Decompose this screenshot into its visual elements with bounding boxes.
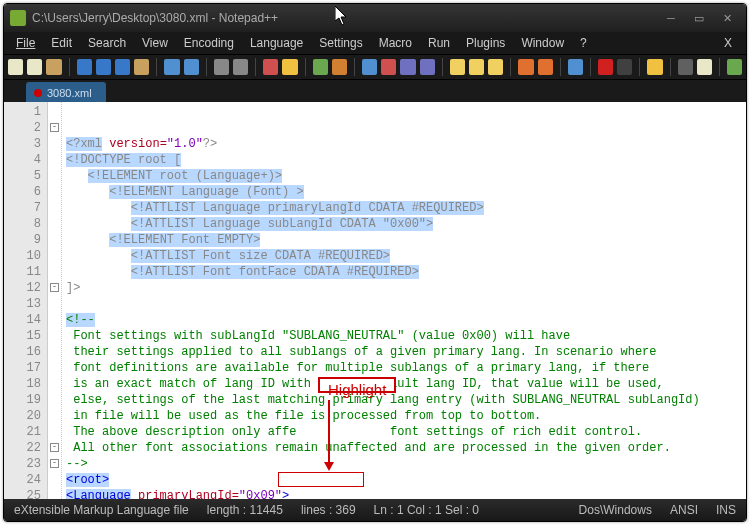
menu-close[interactable]: X <box>714 34 742 52</box>
toolbar-button[interactable] <box>381 59 396 75</box>
app-window: C:\Users\Jerry\Desktop\3080.xml - Notepa… <box>3 3 747 522</box>
code-line[interactable]: font definitions are available for multi… <box>66 360 742 376</box>
code-line[interactable]: <!ATTLIST Language subLangId CDATA "0x00… <box>66 216 742 232</box>
highlight-box <box>278 472 364 487</box>
titlebar[interactable]: C:\Users\Jerry\Desktop\3080.xml - Notepa… <box>4 4 746 32</box>
toolbar-button[interactable] <box>214 59 229 75</box>
toolbar-button[interactable] <box>518 59 533 75</box>
toolbar-button[interactable] <box>697 59 712 75</box>
toolbar-button[interactable] <box>332 59 347 75</box>
toolbar-button[interactable] <box>450 59 465 75</box>
file-tab[interactable]: 3080.xml <box>26 82 106 102</box>
code-line[interactable]: --> <box>66 456 742 472</box>
app-icon <box>10 10 26 26</box>
editor[interactable]: 1234567891011121314151617181920212223242… <box>4 102 746 499</box>
minimize-button[interactable]: ─ <box>658 9 684 27</box>
menu-encoding[interactable]: Encoding <box>176 34 242 52</box>
tab-strip: 3080.xml <box>4 80 746 102</box>
toolbar-button[interactable] <box>538 59 553 75</box>
code-line[interactable]: <!-- <box>66 312 742 328</box>
menu-search[interactable]: Search <box>80 34 134 52</box>
menu-macro[interactable]: Macro <box>371 34 420 52</box>
menu-language[interactable]: Language <box>242 34 311 52</box>
toolbar-button[interactable] <box>313 59 328 75</box>
code-line[interactable]: else, settings of the last matching prim… <box>66 392 742 408</box>
status-mode: INS <box>716 503 736 517</box>
menu-file[interactable]: File <box>8 34 43 52</box>
menu-view[interactable]: View <box>134 34 176 52</box>
menubar: FileEditSearchViewEncodingLanguageSettin… <box>4 32 746 54</box>
code-line[interactable]: <!ATTLIST Language primaryLangId CDATA #… <box>66 200 742 216</box>
code-line[interactable]: The above description only affe font set… <box>66 424 742 440</box>
fold-margin[interactable]: ----- <box>48 102 62 499</box>
toolbar <box>4 54 746 80</box>
toolbar-button[interactable] <box>164 59 179 75</box>
toolbar-button[interactable] <box>678 59 693 75</box>
status-eol: Dos\Windows <box>579 503 652 517</box>
toolbar-button[interactable] <box>233 59 248 75</box>
status-pos: Ln : 1 Col : 1 Sel : 0 <box>374 503 479 517</box>
toolbar-button[interactable] <box>27 59 42 75</box>
code-line[interactable] <box>66 296 742 312</box>
menu-settings[interactable]: Settings <box>311 34 370 52</box>
toolbar-button[interactable] <box>46 59 61 75</box>
callout-arrow <box>328 400 330 464</box>
code-line[interactable]: <?xml version="1.0"?> <box>66 136 742 152</box>
arrow-icon <box>324 462 334 478</box>
fold-toggle[interactable]: - <box>50 459 59 468</box>
menu-run[interactable]: Run <box>420 34 458 52</box>
fold-toggle[interactable]: - <box>50 283 59 292</box>
code-line[interactable]: <!ATTLIST Font fontFace CDATA #REQUIRED> <box>66 264 742 280</box>
code-area[interactable]: <?xml version="1.0"?><!DOCTYPE root [ <!… <box>62 102 746 499</box>
line-gutter: 1234567891011121314151617181920212223242… <box>4 102 48 499</box>
toolbar-button[interactable] <box>568 59 583 75</box>
toolbar-button[interactable] <box>263 59 278 75</box>
toolbar-button[interactable] <box>115 59 130 75</box>
toolbar-button[interactable] <box>362 59 377 75</box>
close-button[interactable]: ✕ <box>714 9 740 27</box>
toolbar-button[interactable] <box>8 59 23 75</box>
code-line[interactable]: <!ELEMENT Language (Font) > <box>66 184 742 200</box>
toolbar-button[interactable] <box>420 59 435 75</box>
status-lines: lines : 369 <box>301 503 356 517</box>
toolbar-button[interactable] <box>96 59 111 75</box>
menu-window[interactable]: Window <box>513 34 572 52</box>
code-line[interactable]: <root> <box>66 472 742 488</box>
status-lang: eXtensible Markup Language file <box>14 503 189 517</box>
toolbar-button[interactable] <box>184 59 199 75</box>
code-line[interactable]: Font settings with subLangId "SUBLANG_NE… <box>66 328 742 344</box>
status-enc: ANSI <box>670 503 698 517</box>
menu-edit[interactable]: Edit <box>43 34 80 52</box>
status-length: length : 11445 <box>207 503 283 517</box>
toolbar-button[interactable] <box>617 59 632 75</box>
modified-dot-icon <box>34 89 42 97</box>
toolbar-button[interactable] <box>647 59 662 75</box>
maximize-button[interactable]: ▭ <box>686 9 712 27</box>
toolbar-button[interactable] <box>400 59 415 75</box>
toolbar-button[interactable] <box>727 59 742 75</box>
code-line[interactable]: ]> <box>66 280 742 296</box>
cursor-icon <box>335 6 349 26</box>
code-line[interactable]: <!ATTLIST Font size CDATA #REQUIRED> <box>66 248 742 264</box>
code-line[interactable]: All other font associations remain unaff… <box>66 440 742 456</box>
window-title: C:\Users\Jerry\Desktop\3080.xml - Notepa… <box>32 11 278 25</box>
code-line[interactable]: <!ELEMENT Font EMPTY> <box>66 232 742 248</box>
code-line[interactable]: their settings applied to all sublangs o… <box>66 344 742 360</box>
fold-toggle[interactable]: - <box>50 123 59 132</box>
menu-?[interactable]: ? <box>572 34 595 52</box>
toolbar-button[interactable] <box>282 59 297 75</box>
fold-toggle[interactable]: - <box>50 443 59 452</box>
toolbar-button[interactable] <box>134 59 149 75</box>
callout-label: Highlight <box>318 377 396 393</box>
code-line[interactable]: is an exact match of lang ID with system… <box>66 376 742 392</box>
statusbar: eXtensible Markup Language file length :… <box>4 499 746 521</box>
code-line[interactable]: in file will be used as the file is proc… <box>66 408 742 424</box>
toolbar-button[interactable] <box>469 59 484 75</box>
toolbar-button[interactable] <box>598 59 613 75</box>
toolbar-button[interactable] <box>77 59 92 75</box>
code-line[interactable]: <!DOCTYPE root [ <box>66 152 742 168</box>
toolbar-button[interactable] <box>488 59 503 75</box>
code-line[interactable]: <!ELEMENT root (Language+)> <box>66 168 742 184</box>
menu-plugins[interactable]: Plugins <box>458 34 513 52</box>
